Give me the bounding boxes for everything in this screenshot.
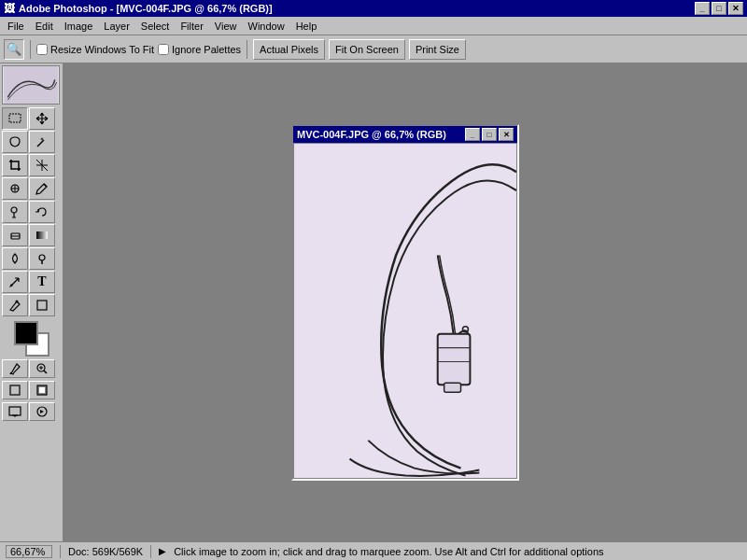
standard-mode-button[interactable] <box>2 381 28 399</box>
tool-row-5 <box>2 201 61 223</box>
search-icon[interactable]: 🔍 <box>4 39 24 60</box>
image-close-button[interactable]: ✕ <box>499 128 514 141</box>
image-canvas[interactable] <box>293 143 517 479</box>
toolbar-separator-1 <box>30 40 31 59</box>
path-selection-button[interactable] <box>2 271 28 293</box>
close-button[interactable]: ✕ <box>728 2 743 15</box>
gradient-tool-button[interactable] <box>29 224 55 246</box>
crop-tool-button[interactable] <box>2 154 28 176</box>
history-brush-button[interactable] <box>29 201 55 223</box>
minimize-button[interactable]: _ <box>695 2 710 15</box>
dodge-tool-button[interactable] <box>29 247 55 270</box>
eyedropper-button[interactable] <box>2 359 28 378</box>
image-window-controls: _ □ ✕ <box>465 128 514 141</box>
brush-tool-button[interactable] <box>29 177 55 200</box>
title-bar: 🖼 Adobe Photoshop - [MVC-004F.JPG @ 66,7… <box>0 0 747 17</box>
extra-tool-row-1 <box>2 359 61 378</box>
screen-mode-button[interactable] <box>2 402 28 421</box>
jump-to-button[interactable] <box>29 402 55 421</box>
foreground-background-colors[interactable] <box>14 321 49 357</box>
tool-row-2 <box>2 131 61 153</box>
tool-row-9 <box>2 294 61 316</box>
extra-tool-row-2 <box>2 381 61 399</box>
menu-view[interactable]: View <box>209 17 243 35</box>
svg-point-6 <box>39 255 45 260</box>
zoom-tool-button[interactable] <box>29 359 55 378</box>
slice-tool-button[interactable] <box>29 154 55 176</box>
menu-help[interactable]: Help <box>290 17 323 35</box>
status-separator <box>60 545 61 558</box>
toolbar: 🔍 Resize Windows To Fit Ignore Palettes … <box>0 35 747 63</box>
app-icon: 🖼 <box>4 2 15 15</box>
maximize-button[interactable]: □ <box>712 2 726 15</box>
blur-tool-button[interactable] <box>2 247 28 270</box>
menu-file[interactable]: File <box>2 17 30 35</box>
foreground-color-swatch[interactable] <box>14 321 38 345</box>
window-title: Adobe Photoshop - [MVC-004F.JPG @ 66,7% … <box>19 3 695 14</box>
status-hint: Click image to zoom in; click and drag t… <box>174 546 603 557</box>
tool-preview <box>2 65 60 105</box>
tool-row-8: T <box>2 271 61 293</box>
menu-layer[interactable]: Layer <box>98 17 135 35</box>
doc-size: Doc: 569K/569K <box>68 546 143 557</box>
svg-rect-20 <box>444 383 461 392</box>
type-tool-button[interactable]: T <box>29 271 55 293</box>
image-maximize-button[interactable]: □ <box>482 128 497 141</box>
shape-tool-button[interactable] <box>29 294 55 316</box>
menu-edit[interactable]: Edit <box>30 17 59 35</box>
svg-rect-14 <box>9 407 21 415</box>
svg-rect-11 <box>10 385 20 395</box>
lasso-tool-button[interactable] <box>2 131 28 153</box>
svg-rect-17 <box>438 334 471 385</box>
svg-rect-1 <box>9 114 21 122</box>
status-separator-2 <box>150 545 151 558</box>
menu-bar: File Edit Image Layer Select Filter View… <box>0 17 747 35</box>
tool-row-4 <box>2 177 61 200</box>
menu-image[interactable]: Image <box>59 17 99 35</box>
main-area: T <box>0 63 747 541</box>
resize-windows-check[interactable]: Resize Windows To Fit <box>36 44 154 55</box>
svg-rect-5 <box>36 231 48 239</box>
print-size-button[interactable]: Print Size <box>409 39 466 60</box>
svg-point-8 <box>16 301 19 303</box>
actual-pixels-button[interactable]: Actual Pixels <box>253 39 325 60</box>
marquee-tool-button[interactable] <box>2 107 28 130</box>
ignore-palettes-checkbox[interactable] <box>158 44 169 55</box>
tool-row-1 <box>2 107 61 130</box>
menu-filter[interactable]: Filter <box>175 17 208 35</box>
toolbar-separator-2 <box>247 40 247 59</box>
image-minimize-button[interactable]: _ <box>465 128 480 141</box>
pen-tool-button[interactable] <box>2 294 28 316</box>
svg-rect-9 <box>37 301 47 310</box>
ignore-palettes-check[interactable]: Ignore Palettes <box>158 44 241 55</box>
canvas-area: MVC-004F.JPG @ 66,7% (RGB) _ □ ✕ <box>63 63 747 541</box>
tool-row-7 <box>2 247 61 270</box>
tool-row-6 <box>2 224 61 246</box>
extra-tool-row-3 <box>2 402 61 421</box>
image-window: MVC-004F.JPG @ 66,7% (RGB) _ □ ✕ <box>291 124 519 481</box>
svg-rect-16 <box>294 145 516 478</box>
menu-select[interactable]: Select <box>135 17 176 35</box>
tool-row-3 <box>2 154 61 176</box>
canvas-svg <box>294 144 516 478</box>
move-tool-button[interactable] <box>29 107 55 130</box>
status-arrow-icon: ▶ <box>159 546 166 556</box>
stamp-tool-button[interactable] <box>2 201 28 223</box>
window-controls: _ □ ✕ <box>695 2 743 15</box>
svg-point-3 <box>11 207 17 213</box>
fit-on-screen-button[interactable]: Fit On Screen <box>329 39 405 60</box>
healing-brush-button[interactable] <box>2 177 28 200</box>
eraser-tool-button[interactable] <box>2 224 28 246</box>
image-window-title: MVC-004F.JPG @ 66,7% (RGB) <box>297 129 465 140</box>
quick-mask-button[interactable] <box>29 381 55 399</box>
zoom-level: 66,67% <box>6 545 52 558</box>
status-bar: 66,67% Doc: 569K/569K ▶ Click image to z… <box>0 541 747 560</box>
image-title-bar: MVC-004F.JPG @ 66,7% (RGB) _ □ ✕ <box>293 126 517 143</box>
toolbox: T <box>0 63 63 541</box>
svg-rect-0 <box>3 66 58 104</box>
menu-window[interactable]: Window <box>243 17 290 35</box>
resize-windows-checkbox[interactable] <box>36 44 48 55</box>
color-area <box>2 321 61 357</box>
magic-wand-button[interactable] <box>29 131 55 153</box>
svg-rect-13 <box>39 387 45 393</box>
